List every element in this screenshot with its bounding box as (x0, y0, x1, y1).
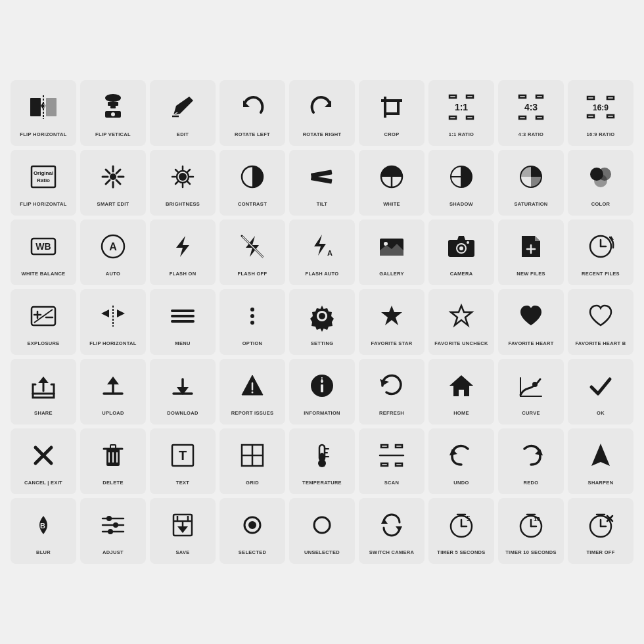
svg-point-44 (110, 173, 116, 180)
icon-save[interactable]: SAVE (150, 498, 216, 564)
icon-text[interactable]: T TEXT (150, 428, 216, 494)
icon-tilt[interactable]: TILT (289, 150, 355, 216)
icon-home[interactable]: HOME (428, 359, 494, 425)
svg-marker-71 (176, 236, 189, 257)
svg-marker-114 (107, 377, 119, 384)
icon-original-ratio[interactable]: Original Ratio FLIP HORIZONTAL (11, 150, 76, 216)
icon-delete[interactable]: DELETE (80, 428, 146, 494)
icon-option[interactable]: OPTION (219, 289, 285, 355)
svg-text:B: B (40, 522, 45, 530)
icon-color[interactable]: COLOR (568, 150, 633, 216)
svg-text:WB: WB (35, 241, 51, 252)
svg-rect-125 (321, 384, 323, 392)
svg-marker-97 (101, 310, 109, 317)
svg-text:4:3: 4:3 (524, 102, 538, 112)
icon-upload[interactable]: UPLOAD (80, 359, 146, 425)
svg-marker-108 (381, 306, 402, 325)
icon-flash-off[interactable]: FLASH OFF (219, 219, 285, 285)
svg-line-53 (175, 181, 178, 184)
svg-rect-26 (536, 116, 543, 119)
svg-text:Original: Original (34, 170, 53, 176)
icon-redo[interactable]: REDO (498, 428, 564, 494)
icon-curve[interactable]: CURVE (498, 359, 564, 425)
icon-flash-on[interactable]: FLASH ON (150, 219, 216, 285)
icon-ratio-1-1[interactable]: 1:1 1:1 RATIO (428, 80, 494, 146)
svg-point-84 (467, 241, 469, 244)
icon-favorite-heart[interactable]: FAVORITE HEART (498, 289, 564, 355)
svg-point-9 (111, 112, 115, 116)
svg-rect-57 (311, 175, 333, 183)
icon-flash-auto[interactable]: A FLASH AUTO (289, 219, 355, 285)
icon-scan[interactable]: SCAN (359, 428, 425, 494)
icon-gallery[interactable]: GALLERY (359, 219, 425, 285)
icon-temperature[interactable]: TEMPERATURE (289, 428, 355, 494)
svg-rect-18 (449, 95, 456, 98)
svg-text:A: A (327, 249, 333, 257)
svg-marker-90 (610, 236, 614, 240)
icon-ratio-4-3[interactable]: 4:3 4:3 RATIO (498, 80, 564, 146)
icon-setting[interactable]: SETTING (289, 289, 355, 355)
icon-cancel[interactable]: CANCEL | EXIT (11, 428, 76, 494)
svg-marker-75 (314, 235, 326, 256)
svg-line-43 (106, 180, 110, 184)
icon-selected[interactable]: SELECTED (219, 498, 285, 564)
svg-rect-23 (519, 95, 526, 98)
svg-point-103 (250, 314, 254, 318)
icon-switch-camera[interactable]: SWITCH CAMERA (359, 498, 425, 564)
icon-information[interactable]: i INFORMATION (289, 359, 355, 425)
icon-sharpen[interactable]: SHARPEN (568, 428, 633, 494)
icon-ratio-16-9[interactable]: 16:9 16:9 RATIO (568, 80, 633, 146)
svg-point-121 (252, 391, 254, 393)
svg-marker-4 (43, 102, 46, 110)
icon-favorite-star[interactable]: FAVORITE STAR (359, 289, 425, 355)
icon-camera[interactable]: CAMERA (428, 219, 494, 285)
icon-menu[interactable]: MENU (150, 289, 216, 355)
icon-timer-10[interactable]: 10 TIMER 10 SECONDS (498, 498, 564, 564)
icon-download[interactable]: DOWNLOAD (150, 359, 216, 425)
svg-rect-150 (381, 445, 388, 448)
icon-auto[interactable]: A AUTO (80, 219, 146, 285)
icon-refresh[interactable]: REFRESH (359, 359, 425, 425)
icon-saturation[interactable]: SATURATION (498, 150, 564, 216)
icon-blur[interactable]: B BLUR (11, 498, 76, 564)
icon-smart-edit[interactable]: SMART EDIT (80, 150, 146, 216)
icon-undo[interactable]: UNDO (428, 428, 494, 494)
icon-flip-horizontal2[interactable]: FLIP HORIZONTAL (80, 289, 146, 355)
icon-rotate-left[interactable]: ROTATE LEFT (219, 80, 285, 146)
svg-marker-98 (117, 310, 125, 317)
icon-recent-files[interactable]: RECENT FILES (568, 219, 633, 285)
icon-grid[interactable]: GRID (219, 428, 285, 494)
svg-rect-13 (385, 101, 398, 114)
icon-rotate-right[interactable]: ROTATE RIGHT (289, 80, 355, 146)
icon-timer-off[interactable]: TIMER OFF (568, 498, 633, 564)
icon-crop[interactable]: CROP (359, 80, 425, 146)
icon-favorite-heart-b[interactable]: FAVORITE HEART B (568, 289, 633, 355)
icon-ok[interactable]: OK (568, 359, 633, 425)
icon-timer-5[interactable]: 5 TIMER 5 SECONDS (428, 498, 494, 564)
svg-rect-19 (449, 116, 456, 119)
svg-point-163 (113, 522, 118, 528)
icon-report-issues[interactable]: REPORT ISSUES (219, 359, 285, 425)
icon-white[interactable]: WHITE (359, 150, 425, 216)
icon-contrast[interactable]: CONTRAST (219, 150, 285, 216)
svg-point-173 (314, 517, 330, 533)
icon-unselected[interactable]: UNSELECTED (289, 498, 355, 564)
icon-flip-vertical[interactable]: FLIP VETICAL (80, 80, 146, 146)
icon-flip-horizontal[interactable]: FLIP HORIZONTAL (11, 80, 76, 146)
icon-share[interactable]: SHARE (11, 359, 76, 425)
icon-exposure[interactable]: EXPLOSURE (11, 289, 76, 355)
icon-edit[interactable]: EDIT (150, 80, 216, 146)
svg-rect-6 (108, 102, 118, 106)
svg-marker-109 (451, 306, 472, 325)
svg-point-66 (594, 174, 607, 187)
icon-shadow[interactable]: SHADOW (428, 150, 494, 216)
svg-rect-135 (110, 445, 116, 449)
icon-adjust[interactable]: ADJUST (80, 498, 146, 564)
icon-brightness[interactable]: BRIGHTNESS (150, 150, 216, 216)
svg-rect-25 (536, 95, 543, 98)
svg-text:1:1: 1:1 (455, 102, 468, 112)
icon-new-files[interactable]: NEW FILES (498, 219, 564, 285)
icon-white-balance[interactable]: WB WHITE BALANCE (11, 219, 76, 285)
icon-favorite-uncheck[interactable]: FAVORITE UNCHECK (428, 289, 494, 355)
svg-point-83 (459, 246, 463, 250)
